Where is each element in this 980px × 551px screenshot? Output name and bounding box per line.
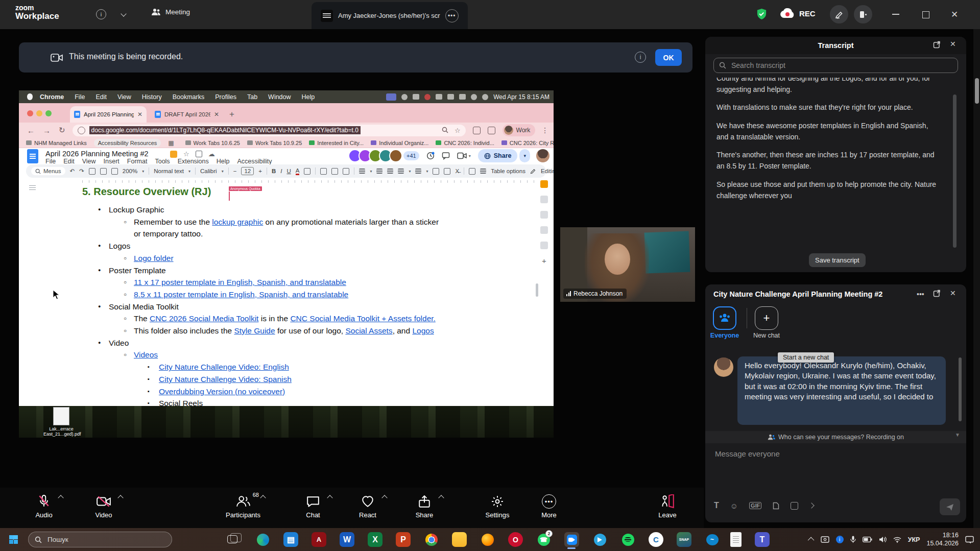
taskbar-search-input[interactable] bbox=[46, 535, 151, 544]
network-tray-icon[interactable] bbox=[893, 537, 901, 543]
share-screen-button[interactable]: Share bbox=[396, 493, 452, 519]
security-shield-icon[interactable] bbox=[756, 8, 768, 20]
bookmark-item[interactable]: CNC 2026: City R... bbox=[501, 140, 554, 146]
doc-link[interactable]: City Nature Challenge Video: Spanish bbox=[159, 375, 292, 384]
new-tab-button[interactable]: + bbox=[229, 109, 234, 119]
language-switcher[interactable]: УКР bbox=[908, 536, 920, 543]
pen-icon[interactable] bbox=[469, 168, 475, 175]
mac-close-light[interactable] bbox=[27, 110, 33, 116]
popout-icon[interactable] bbox=[933, 41, 941, 49]
insert-image-icon[interactable] bbox=[343, 168, 349, 175]
window-scrollbar[interactable] bbox=[973, 29, 980, 528]
bookmarks-grid-icon[interactable]: ▦ bbox=[168, 139, 174, 147]
docs-menu-item[interactable]: View bbox=[82, 158, 96, 165]
window-minimize-button[interactable] bbox=[892, 14, 899, 15]
search-icon[interactable] bbox=[471, 94, 477, 100]
print-icon[interactable] bbox=[89, 168, 95, 175]
battery-tray-icon[interactable] bbox=[863, 537, 872, 542]
checklist-icon[interactable] bbox=[387, 169, 393, 174]
powerpoint-icon[interactable]: P bbox=[396, 532, 411, 547]
meet-caret-icon[interactable]: ▾ bbox=[469, 154, 471, 158]
docs-menu-item[interactable]: File bbox=[45, 158, 56, 165]
spell-check-icon[interactable] bbox=[100, 168, 107, 175]
screen-share-status-icon[interactable] bbox=[386, 93, 396, 101]
mac-menu-item[interactable]: Window bbox=[268, 93, 291, 101]
underline-icon[interactable]: U bbox=[286, 168, 291, 174]
chat-scrollbar[interactable] bbox=[959, 357, 962, 421]
text-color-icon[interactable]: A bbox=[296, 167, 300, 175]
mac-menu-item[interactable]: Tab bbox=[247, 93, 257, 101]
calendar-badge-icon[interactable] bbox=[424, 94, 431, 100]
share-tab-more-icon[interactable]: ••• bbox=[445, 9, 459, 22]
teams-icon[interactable]: T bbox=[755, 532, 770, 547]
mac-menu-item[interactable]: Bookmarks bbox=[173, 93, 205, 101]
line-spacing-icon[interactable] bbox=[376, 169, 383, 174]
version-history-icon[interactable] bbox=[426, 152, 435, 160]
doc-link[interactable]: Logo folder bbox=[134, 254, 174, 262]
comments-icon[interactable] bbox=[442, 152, 450, 160]
whatsapp-icon[interactable]: ☎ 2 bbox=[536, 532, 551, 547]
bold-icon[interactable]: B bbox=[272, 168, 276, 174]
settings-button[interactable]: Settings bbox=[469, 493, 525, 519]
zoom-icon[interactable] bbox=[564, 532, 579, 547]
chrome-icon[interactable] bbox=[424, 532, 439, 547]
new-chat-button[interactable]: + bbox=[755, 306, 778, 330]
document-canvas[interactable]: 5. Resource Overview (RJ) Lockup Graphic… bbox=[19, 184, 554, 407]
mac-zoom-light[interactable] bbox=[45, 110, 52, 116]
decrease-font-icon[interactable]: − bbox=[233, 168, 237, 174]
paint-format-icon[interactable] bbox=[111, 168, 118, 175]
popout-icon[interactable] bbox=[933, 290, 941, 297]
forward-icon[interactable]: → bbox=[43, 126, 51, 135]
highlight-icon[interactable] bbox=[304, 168, 310, 175]
extensions-icon[interactable] bbox=[473, 127, 481, 134]
doc-link[interactable]: 11 x 17 poster template in English, Span… bbox=[134, 278, 346, 286]
screenshot-icon[interactable] bbox=[791, 502, 798, 510]
menu-extra-icon[interactable] bbox=[413, 94, 419, 100]
attach-file-icon[interactable] bbox=[773, 502, 779, 510]
chat-privacy-notice-text[interactable]: Who can see your messages? Recording on bbox=[778, 434, 904, 441]
chat-message-input[interactable] bbox=[714, 449, 936, 459]
table-options-button[interactable]: Table options bbox=[491, 168, 525, 174]
opera-icon[interactable]: O bbox=[508, 532, 523, 547]
cloud-status-icon[interactable]: ☁ bbox=[208, 150, 215, 158]
save-transcript-button[interactable]: Save transcript bbox=[809, 253, 866, 267]
transcript-search-box[interactable] bbox=[713, 58, 958, 73]
docs-menu-item[interactable]: Accessibility bbox=[237, 158, 272, 165]
tab-search-icon[interactable] bbox=[488, 127, 495, 134]
doc-link[interactable]: Overdubbing Version (no voiceover) bbox=[159, 387, 285, 396]
decrease-indent-icon[interactable] bbox=[433, 168, 439, 175]
chat-tab-everyone[interactable] bbox=[713, 306, 736, 330]
doc-link[interactable]: City Nature Challenge Video: English bbox=[159, 363, 289, 371]
justify-icon[interactable] bbox=[480, 169, 486, 174]
tray-expand-icon[interactable] bbox=[807, 537, 814, 544]
tab-shared-screen[interactable]: Amy Jaecker-Jones (she/her)'s scr ••• bbox=[312, 2, 468, 29]
address-bar[interactable]: docs.google.com/document/d/1LTg7LhQ8-qEK… bbox=[73, 125, 466, 136]
desktop-file-icon[interactable]: Lak...errace East_21...ged).pdf bbox=[43, 407, 79, 437]
chat-more-icon[interactable]: ••• bbox=[917, 290, 924, 298]
send-button[interactable] bbox=[940, 498, 960, 515]
battery-icon[interactable] bbox=[447, 94, 454, 100]
font-select[interactable]: Calibri bbox=[200, 168, 217, 174]
doc-link[interactable]: Social Assets bbox=[345, 326, 392, 335]
info-tray-icon[interactable]: i bbox=[836, 536, 844, 543]
bookmark-item[interactable]: Interested in City... bbox=[309, 140, 364, 146]
paragraph-style-select[interactable]: Normal text bbox=[154, 168, 184, 174]
bookmark-item[interactable]: CNC 2026: Individ... bbox=[436, 140, 494, 146]
mac-minimize-light[interactable] bbox=[36, 110, 42, 116]
docs-menu-item[interactable]: Tools bbox=[155, 158, 170, 165]
share-options-chevron[interactable] bbox=[438, 495, 444, 500]
site-settings-icon[interactable] bbox=[78, 127, 85, 134]
taskbar-clock[interactable]: 18:16 15.04.2026 bbox=[926, 532, 959, 547]
doc-link[interactable]: CNC 2026 Social Media Toolkit bbox=[150, 314, 258, 323]
start-button[interactable] bbox=[9, 535, 18, 544]
bookmark-star-icon[interactable]: ☆ bbox=[455, 127, 461, 134]
back-icon[interactable]: ← bbox=[27, 126, 35, 135]
mac-clock[interactable]: Wed Apr 15 8:15 AM bbox=[493, 93, 549, 101]
microphone-tray-icon[interactable] bbox=[850, 536, 856, 543]
gif-icon[interactable]: GIF bbox=[749, 502, 761, 509]
c-browser-icon[interactable]: C bbox=[649, 532, 663, 547]
tasks-icon[interactable] bbox=[540, 211, 548, 219]
participant-video-tile[interactable]: Rebecca Johnson bbox=[560, 227, 695, 302]
audio-button[interactable]: Audio bbox=[16, 493, 72, 519]
audio-options-chevron[interactable] bbox=[58, 495, 63, 500]
